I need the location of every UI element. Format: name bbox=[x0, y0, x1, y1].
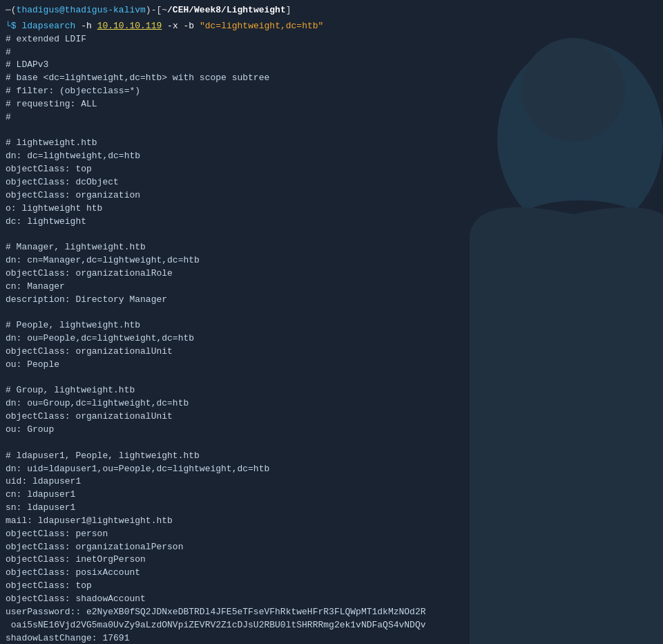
command-name: ldapsearch bbox=[21, 21, 75, 31]
output-attr-oc1: objectClass: person bbox=[6, 528, 657, 541]
flag-xb: -x -b bbox=[167, 21, 194, 31]
output-block: # extended LDIF # # LDAPv3 # base <dc=li… bbox=[6, 33, 657, 644]
output-line-blank-1 bbox=[6, 124, 657, 138]
output-line-4: # base <dc=lightweight,dc=htb> with scop… bbox=[6, 72, 657, 85]
output-line-2: # bbox=[6, 46, 657, 59]
output-line-1: # extended LDIF bbox=[6, 33, 657, 46]
terminal-content: ─(thadigus@thadigus-kalivm)-[~/CEH/Week8… bbox=[6, 4, 657, 644]
output-attr-12: ou: Group bbox=[6, 424, 657, 437]
base-dn-arg: "dc=lightweight,dc=htb" bbox=[200, 21, 323, 31]
output-blank-3 bbox=[6, 306, 657, 319]
output-section-ldapuser1: # ldapuser1, People, lightweight.htb bbox=[6, 450, 657, 463]
output-attr-slc: shadowLastChange: 17691 bbox=[6, 632, 657, 645]
output-section-manager: # Manager, lightweight.htb bbox=[6, 241, 657, 254]
output-attr-mail: mail: ldapuser1@lightweight.htb bbox=[6, 515, 657, 528]
username: thadigus@thadigus-kalivm bbox=[17, 5, 146, 15]
output-line-5: # filter: (objectclass=*) bbox=[6, 85, 657, 98]
output-attr-10: ou: People bbox=[6, 359, 657, 372]
output-dn-1: dn: dc=lightweight,dc=htb bbox=[6, 150, 657, 163]
output-attr-8: description: Directory Manager bbox=[6, 294, 657, 307]
output-dn-5: dn: uid=ldapuser1,ou=People,dc=lightweig… bbox=[6, 463, 657, 476]
output-attr-oc3: objectClass: inetOrgPerson bbox=[6, 553, 657, 567]
output-section-group: # Group, lightweight.htb bbox=[6, 384, 657, 397]
output-line-3: # LDAPv3 bbox=[6, 59, 657, 72]
output-attr-cn: cn: ldapuser1 bbox=[6, 489, 657, 502]
output-attr-pwd1: userPassword:: e2NyeXB0fSQ2JDNxeDBTRDl4J… bbox=[6, 606, 657, 619]
target-ip: 10.10.10.119 bbox=[97, 21, 162, 31]
output-section-people: # People, lightweight.htb bbox=[6, 319, 657, 332]
output-attr-5: dc: lightweight bbox=[6, 216, 657, 229]
output-attr-9: objectClass: organizationalUnit bbox=[6, 345, 657, 359]
output-attr-oc2: objectClass: organizationalPerson bbox=[6, 541, 657, 554]
output-attr-pwd2: oai5sNE16Vjd2VG5ma0UvZy9aLzdONVpiZEVRV2Z… bbox=[6, 619, 657, 632]
output-attr-4: o: lightweight htb bbox=[6, 202, 657, 216]
output-attr-sn: sn: ldapuser1 bbox=[6, 502, 657, 515]
output-blank-2 bbox=[6, 228, 657, 241]
output-attr-6: objectClass: organizationalRole bbox=[6, 267, 657, 281]
output-dn-3: dn: ou=People,dc=lightweight,dc=htb bbox=[6, 332, 657, 345]
prompt-symbol: └$ bbox=[6, 21, 21, 31]
output-line-7: # bbox=[6, 111, 657, 124]
output-dn-4: dn: ou=Group,dc=lightweight,dc=htb bbox=[6, 397, 657, 410]
output-attr-2: objectClass: dcObject bbox=[6, 176, 657, 189]
output-attr-1: objectClass: top bbox=[6, 163, 657, 176]
working-dir: /CEH/Week8/Lightweight bbox=[167, 5, 286, 15]
output-attr-3: objectClass: organization bbox=[6, 189, 657, 202]
output-attr-uid: uid: ldapuser1 bbox=[6, 475, 657, 489]
terminal-window: ─(thadigus@thadigus-kalivm)-[~/CEH/Week8… bbox=[0, 0, 663, 644]
output-blank-4 bbox=[6, 372, 657, 385]
output-attr-oc6: objectClass: shadowAccount bbox=[6, 593, 657, 606]
output-attr-11: objectClass: organizationalUnit bbox=[6, 410, 657, 424]
output-section-lightweight: # lightweight.htb bbox=[6, 137, 657, 150]
flag-h: -h bbox=[81, 21, 92, 31]
title-bar: ─(thadigus@thadigus-kalivm)-[~/CEH/Week8… bbox=[6, 4, 657, 17]
command-prompt-line: └$ ldapsearch -h 10.10.10.119 -x -b "dc=… bbox=[6, 20, 657, 33]
output-attr-oc5: objectClass: top bbox=[6, 580, 657, 593]
output-attr-7: cn: Manager bbox=[6, 281, 657, 294]
output-blank-5 bbox=[6, 437, 657, 450]
path: ~/CEH/Week8/Lightweight bbox=[162, 5, 285, 15]
output-attr-oc4: objectClass: posixAccount bbox=[6, 567, 657, 580]
output-dn-2: dn: cn=Manager,dc=lightweight,dc=htb bbox=[6, 254, 657, 267]
output-line-6: # requesting: ALL bbox=[6, 98, 657, 111]
